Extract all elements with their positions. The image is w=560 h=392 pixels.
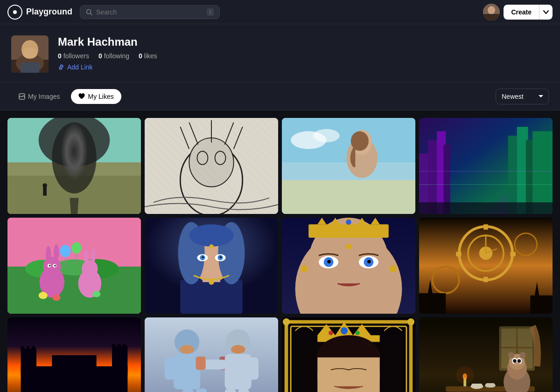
svg-point-22 — [42, 183, 47, 188]
tornado-image — [7, 118, 141, 214]
tabs-bar: My Images My Likes Newest Oldest Most Li… — [0, 83, 560, 110]
add-link-button[interactable]: Add Link — [58, 63, 157, 71]
svg-point-79 — [209, 244, 214, 249]
svg-rect-136 — [145, 317, 278, 392]
tab-my-images[interactable]: My Images — [11, 89, 67, 104]
svg-point-54 — [43, 257, 61, 276]
svg-point-86 — [209, 279, 214, 284]
wrestlers-image — [145, 317, 278, 392]
queen-blue-image — [145, 218, 278, 314]
svg-point-1 — [13, 10, 17, 14]
bunnies-image — [7, 218, 141, 314]
svg-point-55 — [46, 246, 51, 262]
svg-point-62 — [82, 260, 98, 277]
profile-name: Mark Hachman — [58, 35, 157, 48]
svg-point-65 — [60, 245, 70, 257]
svg-point-101 — [327, 260, 331, 263]
svg-rect-146 — [245, 358, 259, 380]
svg-rect-44 — [532, 131, 553, 214]
create-button[interactable]: Create — [504, 5, 539, 20]
svg-rect-29 — [282, 176, 415, 214]
svg-point-162 — [329, 330, 333, 335]
svg-point-32 — [313, 129, 340, 143]
svg-point-188 — [519, 352, 525, 358]
svg-point-19 — [52, 123, 96, 194]
svg-rect-129 — [26, 346, 30, 351]
svg-rect-113 — [510, 252, 515, 256]
avatar-nav[interactable] — [483, 4, 500, 21]
logo-icon — [7, 5, 22, 20]
svg-point-163 — [355, 330, 360, 335]
svg-point-157 — [283, 318, 290, 325]
tabs-right: Newest Oldest Most Liked — [496, 89, 549, 104]
svg-rect-130 — [31, 346, 35, 351]
profile-info: Mark Hachman 0 followers 0 following 0 l… — [58, 35, 157, 71]
svg-point-59 — [49, 265, 51, 267]
grid-item-cybercity[interactable] — [419, 118, 553, 214]
svg-point-152 — [231, 345, 245, 354]
svg-point-103 — [345, 244, 352, 249]
svg-rect-118 — [419, 293, 446, 314]
svg-rect-126 — [112, 346, 127, 375]
search-input[interactable] — [96, 8, 203, 16]
grid-item-tornado[interactable] — [7, 118, 141, 214]
grid-item-queen-crown[interactable] — [282, 218, 415, 314]
svg-rect-128 — [21, 346, 25, 351]
svg-rect-90 — [308, 224, 389, 238]
grid-item-sketch[interactable] — [145, 118, 278, 214]
svg-point-63 — [84, 250, 89, 264]
grid-item-queen-blue[interactable] — [145, 218, 278, 314]
avatar-svg — [483, 4, 500, 21]
svg-line-3 — [91, 13, 92, 15]
sort-select[interactable]: Newest Oldest Most Liked — [496, 89, 549, 104]
svg-rect-7 — [483, 14, 500, 21]
following-count: 0 — [98, 52, 102, 60]
tab-my-images-label: My Images — [28, 93, 60, 100]
grid-item-wrestlers[interactable] — [145, 317, 278, 392]
sketch-image — [145, 118, 278, 214]
svg-point-187 — [508, 352, 514, 358]
link-icon — [58, 64, 64, 70]
grid-item-castle-sunset[interactable] — [7, 317, 141, 392]
svg-rect-178 — [486, 383, 495, 387]
svg-rect-21 — [43, 187, 47, 196]
grid-item-woman-beach[interactable] — [282, 118, 415, 214]
svg-point-158 — [407, 318, 414, 325]
followers-stat: 0 followers — [58, 52, 89, 60]
svg-rect-23 — [145, 118, 278, 214]
svg-rect-150 — [196, 357, 206, 370]
svg-marker-20 — [70, 198, 78, 214]
tab-my-likes[interactable]: My Likes — [71, 89, 121, 104]
likes-stat: 0 likes — [139, 52, 157, 60]
heart-icon — [78, 93, 85, 100]
svg-rect-111 — [483, 277, 488, 282]
following-label: following — [104, 52, 129, 60]
following-stat: 0 following — [98, 52, 129, 60]
cybercity-image — [419, 118, 553, 214]
profile-stats: 0 followers 0 following 0 likes — [58, 52, 157, 60]
followers-label: followers — [63, 52, 89, 60]
profile-header: Mark Hachman 0 followers 0 following 0 l… — [0, 24, 560, 83]
svg-point-69 — [39, 292, 48, 299]
svg-rect-112 — [456, 252, 461, 256]
svg-rect-127 — [52, 355, 96, 375]
create-dropdown-button[interactable] — [539, 5, 553, 20]
svg-point-161 — [341, 327, 348, 334]
grid-item-queen-gold[interactable] — [282, 317, 415, 392]
svg-point-185 — [518, 359, 521, 363]
svg-rect-110 — [483, 224, 488, 229]
queen-gold-image — [282, 317, 415, 392]
svg-point-64 — [91, 248, 96, 263]
logo-link[interactable]: Playground — [7, 5, 72, 20]
search-bar[interactable]: / — [80, 5, 220, 19]
svg-rect-47 — [419, 202, 553, 214]
navbar-right: Create — [483, 4, 553, 21]
search-icon — [86, 9, 92, 15]
svg-rect-125 — [21, 349, 36, 375]
followers-count: 0 — [58, 52, 62, 60]
svg-point-184 — [513, 359, 517, 363]
grid-item-otter[interactable] — [419, 317, 553, 392]
grid-item-clockwork[interactable] — [419, 218, 553, 314]
grid-item-bunnies[interactable] — [7, 218, 141, 314]
likes-label: likes — [144, 52, 157, 60]
